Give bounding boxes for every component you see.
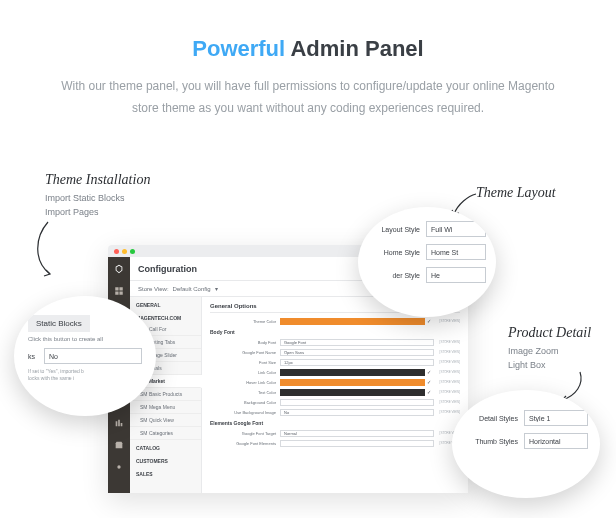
callout-sub: Image Zoom — [508, 345, 591, 359]
callout-theme-layout: Theme Layout — [476, 185, 556, 201]
subsection-title: Body Font — [210, 329, 460, 335]
field-label: Google Font Name — [210, 350, 280, 355]
rail-dashboard-icon[interactable] — [113, 285, 125, 297]
field-label: Google Font Target — [210, 431, 280, 436]
scope-tag: [STORE VIEW] — [434, 410, 460, 414]
nav-group: SALES — [130, 466, 201, 479]
color-picker[interactable]: ✓ — [427, 369, 434, 376]
callout-title: Product Detail — [508, 325, 591, 340]
scope-label: Store View: — [138, 286, 169, 292]
callout-sub: Import Pages — [45, 206, 150, 220]
field-label: der Style — [368, 272, 426, 279]
rail-system-icon[interactable] — [113, 461, 125, 473]
overwrite-blocks-input[interactable] — [44, 348, 142, 364]
close-dot[interactable] — [114, 249, 119, 254]
color-picker[interactable]: ✓ — [427, 318, 434, 325]
scope-tag: [STORE VIEW] — [434, 380, 460, 384]
page-subtitle: With our theme panel, you will have full… — [0, 62, 616, 119]
header-style-input[interactable] — [426, 267, 486, 283]
field-label: Theme Color — [210, 319, 280, 324]
scope-tag: [STORE VIEW] — [434, 370, 460, 374]
thumb-styles-input[interactable] — [524, 433, 588, 449]
select-field[interactable]: 12px — [280, 359, 434, 366]
callout-product-detail: Product Detail Image Zoom Light Box — [508, 325, 591, 372]
scope-tag: [STORE VIEW] — [434, 390, 460, 394]
layout-style-input[interactable] — [426, 221, 486, 237]
field-label: Detail Styles — [464, 415, 524, 422]
config-heading: Configuration — [138, 264, 197, 274]
select-field[interactable]: Normal — [280, 430, 434, 437]
popout-theme-installation: Static Blocks Click this button to creat… — [14, 296, 156, 416]
select-field[interactable] — [280, 440, 434, 447]
max-dot[interactable] — [130, 249, 135, 254]
field-label: Google Font Elements — [210, 441, 280, 446]
select-field[interactable] — [280, 399, 434, 406]
nav-item[interactable]: SM Mega Menu — [130, 401, 201, 414]
store-view-scope[interactable]: Store View: Default Config ▾ — [138, 285, 218, 292]
callout-theme-installation: Theme Installation Import Static Blocks … — [45, 172, 150, 219]
field-label: Text Color — [210, 390, 280, 395]
callout-title: Theme Layout — [476, 185, 556, 200]
callout-sub: Import Static Blocks — [45, 192, 150, 206]
color-picker[interactable]: ✓ — [427, 389, 434, 396]
home-style-input[interactable] — [426, 244, 486, 260]
field-label: Background Color — [210, 400, 280, 405]
subsection-title: Elements Google Font — [210, 420, 460, 426]
scope-tag: [STORE VIEW] — [434, 340, 460, 344]
field-label: ks — [28, 353, 44, 360]
color-picker[interactable]: ✓ — [427, 379, 434, 386]
rail-stores-icon[interactable] — [113, 439, 125, 451]
min-dot[interactable] — [122, 249, 127, 254]
scope-value: Default Config — [173, 286, 211, 292]
scope-tag: [STORE VIEW] — [434, 350, 460, 354]
field-label: Layout Style — [368, 226, 426, 233]
detail-styles-input[interactable] — [524, 410, 588, 426]
page-title: Powerful Admin Panel — [0, 0, 616, 62]
arrow-install — [28, 220, 68, 280]
scope-tag: [STORE VIEW] — [434, 400, 460, 404]
config-content: General Options Theme Color ✓ [STORE VIE… — [202, 297, 468, 493]
field-label: Hover Link Color — [210, 380, 280, 385]
rail-magento-icon[interactable] — [113, 263, 125, 275]
static-blocks-tab[interactable]: Static Blocks — [28, 315, 90, 332]
popout-theme-layout: Layout Style Home Style der Style — [358, 207, 496, 317]
select-field[interactable]: Google Font — [280, 339, 434, 346]
scope-tag: [STORE VIEW] — [434, 360, 460, 364]
field-label: Body Font — [210, 340, 280, 345]
title-accent: Powerful — [192, 36, 285, 61]
rail-reports-icon[interactable] — [113, 417, 125, 429]
select-field[interactable]: Open Sans — [280, 349, 434, 356]
select-field[interactable]: No — [280, 409, 434, 416]
static-blocks-note: If set to "Yes", imported b locks with t… — [28, 368, 142, 382]
nav-item[interactable]: SM Quick View — [130, 414, 201, 427]
field-label: Font Size — [210, 360, 280, 365]
callout-title: Theme Installation — [45, 172, 150, 187]
nav-group: GENERAL — [130, 297, 201, 310]
field-label: Link Color — [210, 370, 280, 375]
field-label: Thumb Styles — [464, 438, 524, 445]
nav-group: CATALOG — [130, 440, 201, 453]
static-blocks-desc: Click this button to create all — [28, 336, 142, 342]
scope-tag: [STORE VIEW] — [434, 319, 460, 323]
title-rest: Admin Panel — [290, 36, 423, 61]
popout-product-detail: Detail Styles Thumb Styles — [452, 390, 600, 498]
nav-item[interactable]: SM Categories — [130, 427, 201, 440]
field-label: Use Background Image — [210, 410, 280, 415]
nav-group: CUSTOMERS — [130, 453, 201, 466]
field-label: Home Style — [368, 249, 426, 256]
